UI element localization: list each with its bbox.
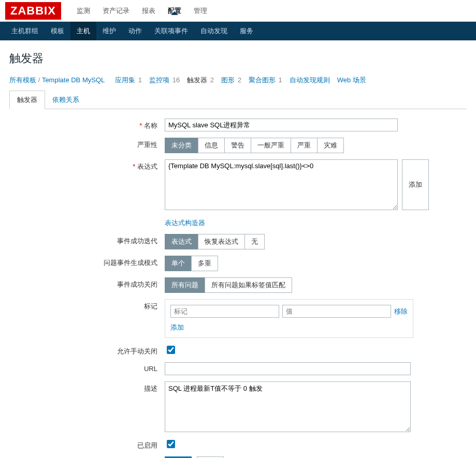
label-enabled: 已启用 xyxy=(9,438,165,450)
breadcrumb-tab[interactable]: 自动发现规则 xyxy=(290,76,330,84)
breadcrumb: 所有模板 / Template DB MySQL 应用集 1监控项 16触发器 … xyxy=(9,76,467,85)
ok-evt-close-option[interactable]: 所有问题如果标签值匹配 xyxy=(205,277,292,293)
label-allow-manual: 允许手动关闭 xyxy=(9,344,165,356)
subnav-item[interactable]: 维护 xyxy=(96,22,122,40)
breadcrumb-tab[interactable]: 应用集 xyxy=(115,76,135,84)
url-input[interactable] xyxy=(165,362,411,375)
event-ok-gen-group: 表达式恢复表达式无 xyxy=(165,234,265,249)
logo[interactable]: ZABBIX xyxy=(5,2,61,20)
label-problem-evt-gen: 问题事件生成模式 xyxy=(9,256,165,268)
label-ok-evt-close: 事件成功关闭 xyxy=(9,277,165,289)
event-ok-gen-option[interactable]: 无 xyxy=(244,234,265,249)
breadcrumb-tab[interactable]: 聚合图形 xyxy=(249,76,276,84)
topnav-item[interactable]: 管理 xyxy=(187,7,213,14)
subnav-item[interactable]: 关联项事件 xyxy=(148,22,194,40)
breadcrumb-tab-count: 2 xyxy=(208,76,214,84)
event-ok-gen-option[interactable]: 表达式 xyxy=(165,234,198,249)
ok-evt-close-option[interactable]: 所有问题 xyxy=(165,277,205,293)
subnav-item[interactable]: 主机群组 xyxy=(5,22,45,40)
breadcrumb-tab-count: 1 xyxy=(277,76,282,84)
problem-evt-gen-group: 单个多重 xyxy=(165,256,218,271)
expression-add-button[interactable]: 添加 xyxy=(402,159,429,210)
problem-evt-gen-option[interactable]: 单个 xyxy=(165,256,192,271)
enabled-checkbox[interactable] xyxy=(167,440,175,448)
tag-value-input[interactable] xyxy=(282,305,391,318)
form-tab[interactable]: 依赖关系 xyxy=(45,91,86,109)
expression-builder-link[interactable]: 表达式构造器 xyxy=(165,218,205,228)
breadcrumb-tab[interactable]: 图形 xyxy=(221,76,235,84)
sub-nav: 主机群组模板主机维护动作关联项事件自动发现服务 xyxy=(0,22,476,40)
label-severity: 严重性 xyxy=(9,138,165,150)
breadcrumb-tab[interactable]: 监控项 xyxy=(149,76,169,84)
subnav-item[interactable]: 动作 xyxy=(122,22,148,40)
form-tabs: 触发器依赖关系 xyxy=(9,90,467,109)
topnav-item[interactable]: 配置 xyxy=(162,7,187,14)
subnav-item[interactable]: 主机 xyxy=(70,22,96,40)
tags-box: 移除 添加 xyxy=(165,299,413,338)
label-name: 名称 xyxy=(9,119,165,130)
label-event-ok-gen: 事件成功迭代 xyxy=(9,234,165,246)
severity-group: 未分类信息警告一般严重严重灾难 xyxy=(165,138,344,153)
allow-manual-checkbox[interactable] xyxy=(167,346,175,354)
page-title: 触发器 xyxy=(9,51,467,66)
label-expression: 表达式 xyxy=(9,159,165,171)
severity-option[interactable]: 警告 xyxy=(224,138,251,153)
severity-option[interactable]: 严重 xyxy=(291,138,318,153)
tag-remove-link[interactable]: 移除 xyxy=(394,307,408,316)
label-description: 描述 xyxy=(9,381,165,393)
severity-option[interactable]: 灾难 xyxy=(317,138,344,153)
tag-name-input[interactable] xyxy=(170,305,279,318)
ok-evt-close-group: 所有问题所有问题如果标签值匹配 xyxy=(165,277,292,293)
expression-textarea[interactable]: {Template DB MySQL:mysql.slave[sql].last… xyxy=(165,159,398,210)
topnav-item[interactable]: 监测 xyxy=(70,7,96,14)
breadcrumb-tab-count: 16 xyxy=(170,76,180,84)
subnav-item[interactable]: 自动发现 xyxy=(194,22,234,40)
event-ok-gen-option[interactable]: 恢复表达式 xyxy=(198,234,245,249)
subnav-item[interactable]: 模板 xyxy=(45,22,70,40)
breadcrumb-tab[interactable]: 触发器 xyxy=(187,76,207,84)
breadcrumb-template[interactable]: Template DB MySQL xyxy=(42,76,105,84)
breadcrumb-root[interactable]: 所有模板 xyxy=(9,76,36,84)
tag-add-link[interactable]: 添加 xyxy=(170,323,184,331)
breadcrumb-tab-count: 2 xyxy=(236,76,241,84)
form-tab[interactable]: 触发器 xyxy=(9,91,45,109)
breadcrumb-tab[interactable]: Web 场景 xyxy=(337,76,366,84)
topnav-item[interactable]: 资产记录 xyxy=(96,7,136,14)
severity-option[interactable]: 一般严重 xyxy=(251,138,291,153)
label-tags: 标记 xyxy=(9,299,165,311)
name-input[interactable] xyxy=(165,119,398,131)
breadcrumb-tab-count: 1 xyxy=(136,76,142,84)
top-nav: ZABBIX 监测资产记录报表配置管理 xyxy=(0,0,476,22)
topnav-item[interactable]: 报表 xyxy=(136,7,162,14)
description-textarea[interactable]: SQL 进程最新T值不等于 0 触发 xyxy=(165,381,411,432)
severity-option[interactable]: 未分类 xyxy=(165,138,198,153)
label-url: URL xyxy=(9,362,165,373)
subnav-item[interactable]: 服务 xyxy=(234,22,259,40)
severity-option[interactable]: 信息 xyxy=(198,138,225,153)
problem-evt-gen-option[interactable]: 多重 xyxy=(191,256,218,271)
